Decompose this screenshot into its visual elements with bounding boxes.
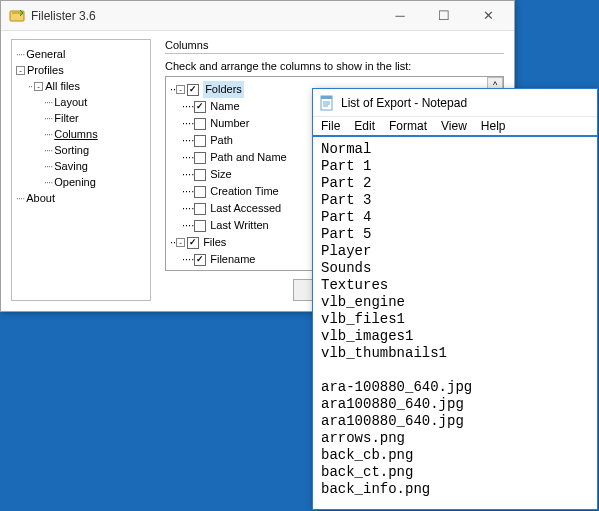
tree-item-general[interactable]: ····General xyxy=(16,46,146,62)
menu-view[interactable]: View xyxy=(441,119,467,133)
tree-item-columns[interactable]: ····Columns xyxy=(40,126,146,142)
app-icon xyxy=(9,8,25,24)
checkbox[interactable] xyxy=(194,118,206,130)
tree-item-layout[interactable]: ····Layout xyxy=(40,94,146,110)
filelister-titlebar[interactable]: Filelister 3.6 ─ ☐ ✕ xyxy=(1,1,514,31)
settings-tree: ····General -Profiles ··-All files ····L… xyxy=(11,39,151,301)
notepad-titlebar[interactable]: List of Export - Notepad xyxy=(313,89,597,117)
checkbox[interactable] xyxy=(194,101,206,113)
group-label: Columns xyxy=(165,39,504,51)
menu-file[interactable]: File xyxy=(321,119,340,133)
menu-help[interactable]: Help xyxy=(481,119,506,133)
checkbox[interactable] xyxy=(194,220,206,232)
menu-format[interactable]: Format xyxy=(389,119,427,133)
checkbox[interactable] xyxy=(194,135,206,147)
maximize-button[interactable]: ☐ xyxy=(422,2,466,30)
checkbox[interactable] xyxy=(194,254,206,266)
menu-edit[interactable]: Edit xyxy=(354,119,375,133)
notepad-window: List of Export - Notepad File Edit Forma… xyxy=(312,88,598,510)
filelister-title: Filelister 3.6 xyxy=(31,9,378,23)
notepad-content[interactable]: Normal Part 1 Part 2 Part 3 Part 4 Part … xyxy=(313,137,597,507)
notepad-menubar: File Edit Format View Help xyxy=(313,117,597,137)
checkbox[interactable] xyxy=(194,169,206,181)
checkbox[interactable] xyxy=(194,186,206,198)
checkbox[interactable] xyxy=(187,84,199,96)
tree-item-all-files[interactable]: ··-All files xyxy=(28,78,146,94)
checkbox[interactable] xyxy=(194,203,206,215)
close-window-button[interactable]: ✕ xyxy=(466,2,510,30)
notepad-title: List of Export - Notepad xyxy=(341,96,467,110)
minimize-button[interactable]: ─ xyxy=(378,2,422,30)
checkbox[interactable] xyxy=(194,271,206,272)
checkbox[interactable] xyxy=(194,152,206,164)
group-desc: Check and arrange the columns to show in… xyxy=(165,60,504,72)
tree-item-opening[interactable]: ····Opening xyxy=(40,174,146,190)
group-rule xyxy=(165,53,504,54)
tree-item-sorting[interactable]: ····Sorting xyxy=(40,142,146,158)
tree-item-about[interactable]: ····About xyxy=(16,190,146,206)
tree-item-filter[interactable]: ····Filter xyxy=(40,110,146,126)
notepad-icon xyxy=(319,95,335,111)
collapse-icon[interactable]: - xyxy=(176,238,185,247)
collapse-icon[interactable]: - xyxy=(16,66,25,75)
collapse-icon[interactable]: - xyxy=(176,85,185,94)
checkbox[interactable] xyxy=(187,237,199,249)
tree-item-profiles[interactable]: -Profiles xyxy=(16,62,146,78)
collapse-icon[interactable]: - xyxy=(34,82,43,91)
svg-rect-2 xyxy=(321,96,332,99)
tree-item-saving[interactable]: ····Saving xyxy=(40,158,146,174)
